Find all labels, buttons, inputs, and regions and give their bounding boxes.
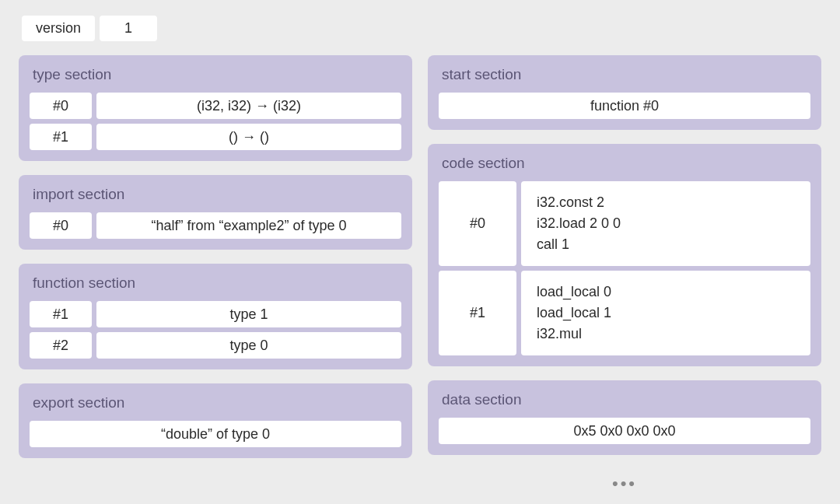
columns: type section #0 (i32, i32) → (i32) #1 ()…: [19, 55, 821, 494]
type-row: #1 () → (): [30, 124, 401, 150]
function-value: type 0: [96, 332, 401, 359]
version-value: 1: [100, 16, 157, 41]
function-index: #1: [30, 301, 92, 327]
import-row: #0 “half” from “example2” of type 0: [30, 212, 401, 239]
type-index: #0: [30, 93, 92, 119]
function-section: function section #1 type 1 #2 type 0: [19, 264, 412, 369]
start-section-title: start section: [439, 66, 810, 83]
import-section: import section #0 “half” from “example2”…: [19, 175, 412, 250]
type-value: (i32, i32) → (i32): [96, 93, 401, 119]
data-section-title: data section: [439, 391, 810, 408]
export-section: export section “double” of type 0: [19, 383, 412, 458]
import-section-title: import section: [30, 186, 401, 203]
code-body: load_local 0 load_local 1 i32.mul: [521, 271, 810, 355]
code-section-title: code section: [439, 155, 810, 172]
data-section: data section 0x5 0x0 0x0 0x0: [428, 380, 821, 455]
left-column: type section #0 (i32, i32) → (i32) #1 ()…: [19, 55, 412, 494]
start-section: start section function #0: [428, 55, 821, 130]
code-index: #0: [439, 181, 516, 266]
import-value: “half” from “example2” of type 0: [96, 212, 401, 239]
data-value: 0x5 0x0 0x0 0x0: [439, 418, 810, 444]
type-section: type section #0 (i32, i32) → (i32) #1 ()…: [19, 55, 412, 161]
export-section-title: export section: [30, 394, 401, 411]
function-section-title: function section: [30, 275, 401, 292]
code-row: #1 load_local 0 load_local 1 i32.mul: [439, 271, 810, 355]
version-row: version 1: [22, 16, 821, 41]
ellipsis-icon: •••: [428, 474, 821, 494]
code-body: i32.const 2 i32.load 2 0 0 call 1: [521, 181, 810, 266]
function-value: type 1: [96, 301, 401, 327]
code-row: #0 i32.const 2 i32.load 2 0 0 call 1: [439, 181, 810, 266]
export-value: “double” of type 0: [30, 421, 401, 447]
function-row: #1 type 1: [30, 301, 401, 327]
import-index: #0: [30, 212, 92, 239]
version-label: version: [22, 16, 95, 41]
function-index: #2: [30, 332, 92, 359]
start-value: function #0: [439, 93, 810, 119]
function-row: #2 type 0: [30, 332, 401, 359]
code-section: code section #0 i32.const 2 i32.load 2 0…: [428, 144, 821, 366]
type-value: () → (): [96, 124, 401, 150]
type-index: #1: [30, 124, 92, 150]
right-column: start section function #0 code section #…: [428, 55, 821, 494]
code-index: #1: [439, 271, 516, 355]
type-row: #0 (i32, i32) → (i32): [30, 93, 401, 119]
type-section-title: type section: [30, 66, 401, 83]
